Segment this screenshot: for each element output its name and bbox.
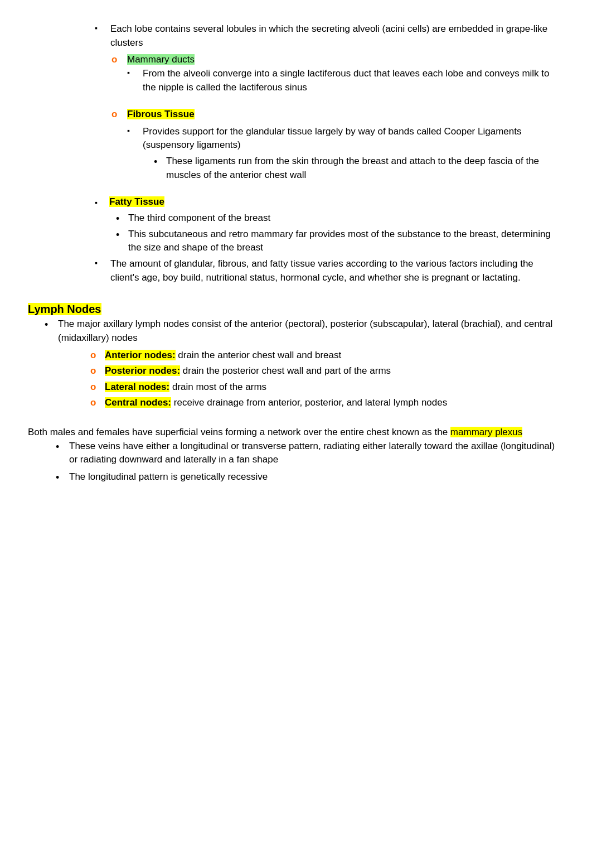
posterior-nodes-item: o Posterior nodes: drain the posterior c…	[75, 364, 564, 378]
posterior-nodes-label: Posterior nodes:	[105, 365, 180, 376]
fatty-tissue-row: ▪ Fatty Tissue	[95, 195, 564, 209]
central-nodes-item: o Central nodes: receive drainage from a…	[75, 396, 564, 410]
fibrous-sub-item1: Provides support for the glandular tissu…	[127, 125, 564, 182]
mammary-ducts-sub-list: From the alveoli converge into a single …	[127, 67, 564, 94]
both-males-section: Both males and females have superficial …	[28, 426, 564, 484]
bullet-o-lateral-icon: o	[90, 380, 99, 394]
lobe-bullet: Each lobe contains several lobules in wh…	[95, 22, 564, 50]
fatty-sub-text1: The third component of the breast	[128, 213, 270, 223]
posterior-nodes-text: drain the posterior chest wall and part …	[183, 365, 391, 376]
bullet-o-central-icon: o	[90, 396, 99, 410]
veins-text2: The longitudinal pattern is genetically …	[69, 471, 268, 482]
bullet-o-posterior-icon: o	[90, 364, 99, 378]
anterior-nodes-item: o Anterior nodes: drain the anterior che…	[75, 349, 564, 363]
lymph-nodes-intro-item: The major axillary lymph nodes consist o…	[45, 317, 564, 410]
mammary-ducts-list: o Mammary ducts From the alveoli converg…	[95, 53, 564, 98]
mammary-ducts-label: Mammary ducts	[127, 54, 195, 65]
fibrous-sub-list: Provides support for the glandular tissu…	[127, 125, 564, 182]
mammary-ducts-sub-text: From the alveoli converge into a single …	[143, 68, 550, 93]
fatty-sub-list: The third component of the breast This s…	[116, 211, 564, 255]
lymph-nodes-heading: Lymph Nodes	[28, 303, 101, 315]
lateral-nodes-text: drain most of the arms	[172, 382, 266, 392]
lymph-nodes-bullets: The major axillary lymph nodes consist o…	[45, 317, 564, 410]
fatty-tissue-label: Fatty Tissue	[109, 196, 164, 207]
bullet-o-fibrous-icon: o	[111, 108, 122, 122]
glandular-text: The amount of glandular, fibrous, and fa…	[110, 258, 533, 283]
bullet-o-icon: o	[111, 53, 122, 67]
bullet-square-fatty-icon: ▪	[95, 197, 103, 208]
fibrous-content: Fibrous Tissue Provides support for the …	[127, 108, 564, 185]
fibrous-sub-sub-text: These ligaments run from the skin throug…	[166, 156, 539, 180]
posterior-nodes-content: Posterior nodes: drain the posterior che…	[105, 364, 391, 378]
lobe-text: Each lobe contains several lobules in wh…	[110, 23, 547, 48]
anterior-nodes-content: Anterior nodes: drain the anterior chest…	[105, 349, 341, 363]
anterior-nodes-text: drain the anterior chest wall and breast	[178, 350, 341, 360]
veins-text1: These veins have either a longitudinal o…	[69, 441, 555, 465]
lateral-nodes-item: o Lateral nodes: drain most of the arms	[75, 380, 564, 394]
central-nodes-content: Central nodes: receive drainage from ant…	[105, 396, 447, 410]
glandular-list: The amount of glandular, fibrous, and fa…	[95, 257, 564, 284]
veins-bullets: These veins have either a longitudinal o…	[56, 440, 564, 484]
node-types-list: o Anterior nodes: drain the anterior che…	[75, 349, 564, 411]
veins-item2: The longitudinal pattern is genetically …	[56, 470, 564, 484]
both-males-text: Both males and females have superficial …	[28, 426, 564, 440]
mammary-ducts-sub-item: From the alveoli converge into a single …	[127, 67, 564, 94]
fibrous-section: o Fibrous Tissue Provides support for th…	[28, 108, 564, 284]
bullet-o-anterior-icon: o	[90, 349, 99, 363]
fibrous-item: o Fibrous Tissue Provides support for th…	[95, 108, 564, 185]
fatty-sub-item2: This subcutaneous and retro mammary far …	[116, 228, 564, 255]
lymph-nodes-intro-text: The major axillary lymph nodes consist o…	[58, 319, 552, 343]
top-bullets: Each lobe contains several lobules in wh…	[95, 22, 564, 50]
both-males-text1: Both males and females have superficial …	[28, 427, 448, 437]
veins-item1: These veins have either a longitudinal o…	[56, 440, 564, 467]
fibrous-tissue-label: Fibrous Tissue	[127, 109, 195, 119]
mammary-plexus-highlight: mammary plexus	[450, 427, 522, 437]
fatty-sub-text2: This subcutaneous and retro mammary far …	[128, 229, 551, 253]
glandular-item: The amount of glandular, fibrous, and fa…	[95, 257, 564, 284]
mammary-ducts-content: Mammary ducts From the alveoli converge …	[127, 53, 564, 98]
fibrous-sub-sub-item: These ligaments run from the skin throug…	[154, 155, 564, 182]
mammary-ducts-item: o Mammary ducts From the alveoli converg…	[95, 53, 564, 98]
lymph-nodes-section: Lymph Nodes The major axillary lymph nod…	[28, 301, 564, 410]
anterior-nodes-label: Anterior nodes:	[105, 350, 176, 360]
fatty-tissue-section: ▪ Fatty Tissue The third component of th…	[95, 195, 564, 255]
fibrous-sub-sub-list: These ligaments run from the skin throug…	[154, 155, 564, 182]
fatty-sub-item1: The third component of the breast	[116, 211, 564, 225]
fibrous-list: o Fibrous Tissue Provides support for th…	[95, 108, 564, 185]
fibrous-sub-text1: Provides support for the glandular tissu…	[143, 126, 521, 151]
central-nodes-label: Central nodes:	[105, 397, 171, 408]
lateral-nodes-content: Lateral nodes: drain most of the arms	[105, 380, 266, 394]
lateral-nodes-label: Lateral nodes:	[105, 382, 169, 392]
central-nodes-text: receive drainage from anterior, posterio…	[174, 397, 447, 408]
top-section: Each lobe contains several lobules in wh…	[28, 22, 564, 98]
